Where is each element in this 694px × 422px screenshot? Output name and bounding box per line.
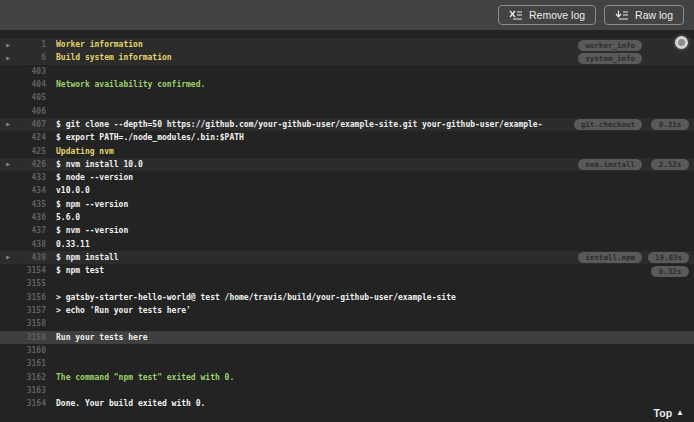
- line-number[interactable]: 3158: [16, 319, 46, 328]
- log-row[interactable]: 433 $ node --version: [0, 171, 694, 184]
- log-row[interactable]: 3163: [0, 384, 694, 397]
- log-row[interactable]: 3157 > echo 'Run your tests here': [0, 304, 694, 317]
- log-row[interactable]: 425 Updating nvm: [0, 144, 694, 157]
- log-line-text: Build system information: [56, 53, 544, 62]
- log-row[interactable]: 3160: [0, 344, 694, 357]
- fold-name-badge: nvm.install: [578, 159, 642, 170]
- line-number[interactable]: 3161: [16, 359, 46, 368]
- log-line-text: $ nvm --version: [56, 226, 694, 235]
- line-number[interactable]: 439: [16, 253, 46, 262]
- log-line-text: 5.6.0: [56, 213, 694, 222]
- log-row[interactable]: 404 Network availability confirmed.: [0, 78, 694, 91]
- line-number[interactable]: 3155: [16, 279, 46, 288]
- line-number[interactable]: 434: [16, 186, 46, 195]
- remove-log-label: Remove log: [529, 10, 585, 21]
- log-row[interactable]: 3155: [0, 277, 694, 290]
- log-row[interactable]: 434 v10.0.0: [0, 184, 694, 197]
- remove-log-button[interactable]: Remove log: [498, 5, 596, 26]
- log-row[interactable]: 437 $ nvm --version: [0, 224, 694, 237]
- line-number[interactable]: 426: [16, 160, 46, 169]
- log-line-text: $ git clone --depth=50 https://github.co…: [56, 120, 544, 129]
- log-line-text: 0.33.11: [56, 240, 694, 249]
- log-row[interactable]: ▶ 407 $ git clone --depth=50 https://git…: [0, 118, 694, 131]
- build-log: ▶ 1 Worker information worker_info ▶ 6 B…: [0, 30, 694, 422]
- log-row[interactable]: 3161: [0, 357, 694, 370]
- log-line-text: $ node --version: [56, 173, 694, 182]
- log-row[interactable]: 3162 The command "npm test" exited with …: [0, 370, 694, 383]
- log-line-text: v10.0.0: [56, 186, 694, 195]
- log-line-text: Worker information: [56, 40, 544, 49]
- line-number[interactable]: 3156: [16, 293, 46, 302]
- fold-toggle-icon[interactable]: ▶: [0, 254, 16, 260]
- log-row[interactable]: ▶ 426 $ nvm install 10.0 nvm.install2.52…: [0, 158, 694, 171]
- log-line-text: $ export PATH=./node_modules/.bin:$PATH: [56, 133, 694, 142]
- line-number[interactable]: 3154: [16, 266, 46, 275]
- log-row[interactable]: 405: [0, 91, 694, 104]
- log-row[interactable]: 3158: [0, 317, 694, 330]
- top-link-label: Top: [654, 407, 672, 419]
- log-toolbar: Remove log Raw log: [0, 0, 694, 30]
- log-line-text: > gatsby-starter-hello-world@ test /home…: [56, 293, 694, 302]
- log-line-text: Updating nvm: [56, 147, 694, 156]
- log-row[interactable]: 3159 Run your tests here: [0, 331, 694, 344]
- fold-toggle-icon[interactable]: ▶: [0, 121, 16, 127]
- fold-toggle-icon[interactable]: ▶: [0, 55, 16, 61]
- log-row[interactable]: 3154 $ npm test 0.32s: [0, 264, 694, 277]
- log-line-text: The command "npm test" exited with 0.: [56, 373, 694, 382]
- line-number[interactable]: 3162: [16, 373, 46, 382]
- scroll-to-top-link[interactable]: Top ▲: [654, 407, 684, 419]
- line-number[interactable]: 404: [16, 80, 46, 89]
- line-number[interactable]: 437: [16, 226, 46, 235]
- line-number[interactable]: 3157: [16, 306, 46, 315]
- line-number[interactable]: 407: [16, 120, 46, 129]
- log-line-text: $ nvm install 10.0: [56, 160, 544, 169]
- line-number[interactable]: 3164: [16, 399, 46, 408]
- line-number[interactable]: 433: [16, 173, 46, 182]
- duration-badge: 0.32s: [651, 266, 689, 277]
- remove-log-icon: [509, 10, 523, 20]
- line-number[interactable]: 6: [16, 53, 46, 62]
- fold-toggle-icon[interactable]: ▶: [0, 161, 16, 167]
- line-number[interactable]: 438: [16, 240, 46, 249]
- log-line-text: Network availability confirmed.: [56, 80, 694, 89]
- log-row[interactable]: 435 $ npm --version: [0, 198, 694, 211]
- log-row[interactable]: 438 0.33.11: [0, 237, 694, 250]
- line-number[interactable]: 424: [16, 133, 46, 142]
- log-row[interactable]: 436 5.6.0: [0, 211, 694, 224]
- log-row[interactable]: 403: [0, 65, 694, 78]
- line-number[interactable]: 1: [16, 40, 46, 49]
- line-number[interactable]: 3160: [16, 346, 46, 355]
- duration-badge: 0.31s: [651, 119, 689, 130]
- log-row[interactable]: 3156 > gatsby-starter-hello-world@ test …: [0, 291, 694, 304]
- log-row[interactable]: 3164 Done. Your build exited with 0.: [0, 397, 694, 410]
- log-row[interactable]: ▶ 1 Worker information worker_info: [0, 38, 694, 51]
- log-row[interactable]: ▶ 439 $ npm install install.npm19.03s: [0, 251, 694, 264]
- log-line-text: > echo 'Run your tests here': [56, 306, 694, 315]
- raw-log-icon: [615, 10, 629, 20]
- log-rows: ▶ 1 Worker information worker_info ▶ 6 B…: [0, 38, 694, 410]
- raw-log-label: Raw log: [635, 10, 673, 21]
- fold-name-badge: install.npm: [578, 252, 642, 263]
- scroll-follow-indicator[interactable]: [675, 36, 688, 49]
- caret-up-icon: ▲: [676, 409, 684, 417]
- raw-log-button[interactable]: Raw log: [604, 5, 684, 26]
- log-row[interactable]: 406: [0, 104, 694, 117]
- log-line-text: $ npm test: [56, 266, 694, 275]
- duration-badge: 19.03s: [648, 252, 689, 263]
- line-number[interactable]: 436: [16, 213, 46, 222]
- fold-name-badge: worker_info: [578, 40, 642, 51]
- line-number[interactable]: 406: [16, 107, 46, 116]
- log-row[interactable]: ▶ 6 Build system information system_info: [0, 51, 694, 64]
- line-number[interactable]: 435: [16, 200, 46, 209]
- line-number[interactable]: 3163: [16, 386, 46, 395]
- fold-name-badge: git.checkout: [574, 119, 642, 130]
- line-number[interactable]: 405: [16, 93, 46, 102]
- log-row[interactable]: 424 $ export PATH=./node_modules/.bin:$P…: [0, 131, 694, 144]
- fold-name-badge: system_info: [578, 53, 642, 64]
- line-number[interactable]: 403: [16, 67, 46, 76]
- line-number[interactable]: 425: [16, 147, 46, 156]
- line-number[interactable]: 3159: [16, 333, 46, 342]
- log-line-text: Done. Your build exited with 0.: [56, 399, 694, 408]
- log-line-text: $ npm --version: [56, 200, 694, 209]
- fold-toggle-icon[interactable]: ▶: [0, 42, 16, 48]
